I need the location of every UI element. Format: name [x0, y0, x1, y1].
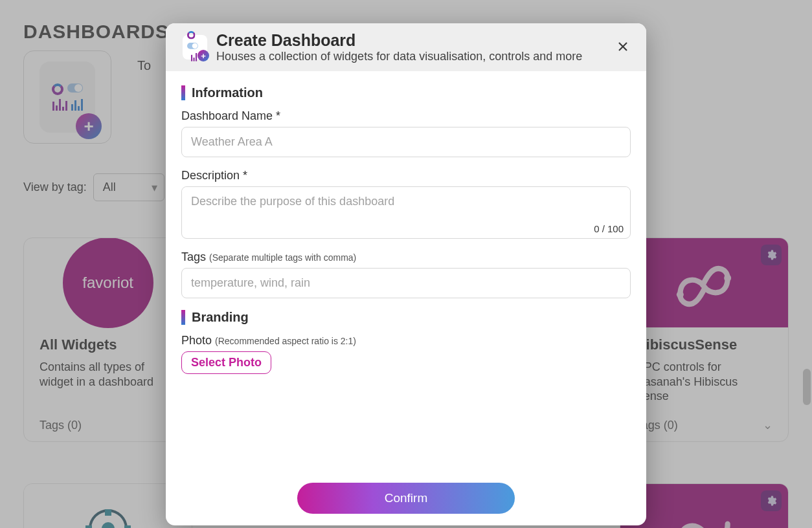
- tags-hint: (Separate multiple tags with comma): [209, 252, 356, 263]
- dashboard-name-input[interactable]: [181, 127, 631, 157]
- modal-footer: Confirm: [166, 475, 646, 525]
- modal-header: + Create Dashboard Houses a collection o…: [166, 23, 646, 71]
- photo-label: Photo (Recommended aspect ratio is 2:1): [181, 334, 631, 347]
- description-input[interactable]: [182, 187, 630, 221]
- create-dashboard-modal: + Create Dashboard Houses a collection o…: [166, 23, 646, 525]
- section-information: Information: [181, 85, 631, 100]
- tags-label: Tags (Separate multiple tags with comma): [181, 250, 631, 264]
- close-icon: [618, 41, 628, 52]
- name-label: Dashboard Name *: [181, 109, 631, 123]
- modal-body: Information Dashboard Name * Description…: [166, 71, 646, 475]
- tags-input[interactable]: [181, 268, 631, 298]
- confirm-button[interactable]: Confirm: [297, 483, 515, 514]
- select-photo-button[interactable]: Select Photo: [181, 351, 271, 374]
- description-label: Description *: [181, 169, 631, 182]
- modal-header-icon: +: [183, 35, 207, 60]
- close-button[interactable]: [614, 38, 632, 56]
- modal-overlay: + Create Dashboard Houses a collection o…: [0, 0, 812, 528]
- plus-icon: +: [197, 50, 209, 61]
- modal-title: Create Dashboard: [216, 31, 582, 50]
- modal-subtitle: Houses a collection of widgets for data …: [216, 50, 582, 63]
- description-counter: 0 / 100: [182, 223, 630, 238]
- section-branding: Branding: [181, 310, 631, 325]
- photo-hint: (Recommended aspect ratio is 2:1): [215, 336, 356, 346]
